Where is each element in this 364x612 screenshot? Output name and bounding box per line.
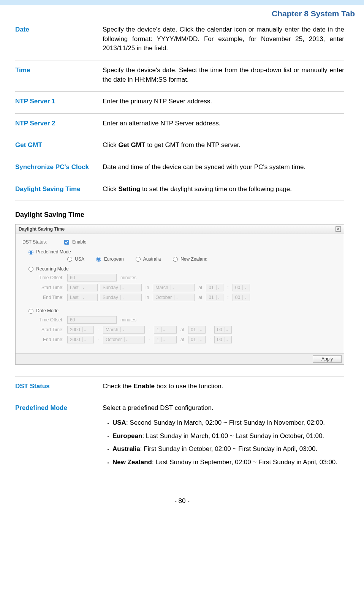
text: Click: [103, 185, 119, 193]
region-option-nz[interactable]: New Zealand: [173, 256, 207, 262]
chevron-down-icon: ⌄: [225, 337, 230, 342]
start-month-select[interactable]: March⌄: [153, 284, 195, 291]
region-option-usa[interactable]: USA: [67, 256, 84, 262]
chevron-down-icon: ⌄: [120, 327, 126, 332]
end-hh-select[interactable]: 01⌄: [188, 336, 206, 343]
select-value: Sunday: [103, 285, 118, 290]
select-value: 2000: [70, 337, 80, 342]
bold-text: New Zealand: [112, 459, 152, 466]
bold-text: European: [112, 432, 142, 440]
chevron-down-icon: ⌄: [225, 327, 230, 332]
def-label: Synchronize PC's Clock: [15, 163, 103, 172]
list-item: New Zealand: Last Sunday in September, 0…: [112, 458, 344, 467]
at-text: at: [195, 285, 206, 290]
start-hh-select[interactable]: 01⌄: [206, 284, 223, 291]
select-value: 1: [157, 337, 159, 342]
def-label: Date: [15, 25, 103, 53]
select-value: Last: [70, 295, 79, 300]
def-row-ntp2: NTP Server 2 Enter an alternative NTP Se…: [15, 113, 344, 135]
chevron-down-icon: ⌄: [174, 295, 179, 300]
in-text: in: [142, 295, 153, 300]
start-hh-select[interactable]: 01⌄: [188, 326, 206, 334]
recurring-radio[interactable]: [28, 267, 33, 272]
date-start-row: Start Time: 2000⌄ - March⌄ - 1⌄ at 01⌄ :…: [37, 326, 337, 334]
def-label: DST Status: [15, 382, 103, 391]
at-text: at: [177, 327, 188, 332]
end-day-select[interactable]: 1⌄: [154, 336, 177, 343]
apply-button[interactable]: Apply: [313, 355, 342, 363]
chevron-down-icon: ⌄: [216, 285, 222, 290]
start-mm-select[interactable]: 00⌄: [214, 326, 232, 334]
at-text: at: [177, 337, 188, 342]
select-value: 00: [235, 295, 240, 300]
region-option-australia[interactable]: Australia: [136, 256, 161, 262]
def-desc: Enter the primary NTP Sever address.: [103, 97, 344, 106]
region-label: USA: [75, 256, 84, 262]
chevron-down-icon: ⌄: [171, 285, 176, 290]
dash-text: -: [94, 337, 103, 342]
end-mm-select[interactable]: 00⌄: [233, 294, 250, 301]
chevron-down-icon: ⌄: [198, 337, 203, 342]
select-value: 01: [209, 295, 214, 300]
def-row-gmt: Get GMT Click Get GMT to get GMT from th…: [15, 135, 344, 157]
text: : Last Sunday in September, 02:00 ~ Firs…: [152, 459, 337, 466]
start-day-select[interactable]: Sunday⌄: [100, 284, 142, 291]
end-day-select[interactable]: Sunday⌄: [100, 294, 142, 301]
date-offset-row: Time Offset: minutes: [37, 316, 337, 324]
start-year-select[interactable]: 2000⌄: [67, 326, 94, 334]
chevron-down-icon: ⌄: [161, 337, 167, 342]
select-value: March: [155, 285, 168, 290]
def-label: Daylight Saving Time: [15, 185, 103, 194]
time-offset-input[interactable]: [67, 316, 117, 324]
date-radio[interactable]: [28, 309, 33, 314]
predefined-label: Predefined Mode: [36, 249, 71, 255]
region-radio-nz[interactable]: [173, 257, 178, 262]
start-mm-select[interactable]: 00⌄: [233, 284, 250, 291]
def-label: NTP Server 2: [15, 119, 103, 128]
top-accent-bar: [0, 0, 364, 5]
recurring-mode-row: Recurring Mode: [28, 266, 337, 272]
def-label: Time: [15, 66, 103, 84]
list-item: European: Last Sunday in March, 01:00 ~ …: [112, 432, 344, 441]
def-desc: Specify the device's date. Select the ti…: [103, 66, 344, 84]
text: box to use the function.: [155, 383, 223, 390]
at-text: at: [195, 295, 206, 300]
recurring-label: Recurring Mode: [36, 266, 68, 272]
in-text: in: [142, 285, 153, 290]
predefined-radio[interactable]: [28, 250, 33, 255]
dash-text: -: [145, 327, 154, 332]
end-month-select[interactable]: October⌄: [153, 294, 195, 301]
minutes-text: minutes: [117, 317, 140, 323]
start-month-select[interactable]: March⌄: [103, 326, 145, 334]
start-day-select[interactable]: 1⌄: [154, 326, 177, 334]
dst-status-row: DST Status: Enable: [22, 239, 337, 245]
close-icon[interactable]: ×: [336, 226, 341, 232]
enable-checkbox[interactable]: [64, 240, 69, 245]
region-option-european[interactable]: European: [96, 256, 123, 262]
date-mode-row: Date Mode: [28, 308, 337, 313]
end-year-select[interactable]: 2000⌄: [67, 336, 94, 343]
dash-text: -: [94, 327, 103, 332]
start-time-label: Start Time:: [37, 285, 67, 290]
end-month-select[interactable]: October⌄: [103, 336, 145, 343]
def-label: Get GMT: [15, 141, 103, 150]
list-item: Australia: First Sunday in October, 02:0…: [112, 444, 344, 454]
region-radio-usa[interactable]: [67, 257, 72, 262]
def-desc: Check the Enable box to use the function…: [103, 382, 344, 391]
select-value: March: [106, 327, 118, 332]
region-radio-european[interactable]: [96, 257, 101, 262]
dash-text: -: [145, 337, 154, 342]
region-radio-australia[interactable]: [136, 257, 141, 262]
end-mm-select[interactable]: 00⌄: [214, 336, 232, 343]
def-label: Predefined Mode: [15, 403, 103, 471]
chevron-down-icon: ⌄: [82, 337, 88, 342]
time-offset-input[interactable]: [67, 274, 117, 281]
bold-text: Enable: [133, 383, 155, 390]
end-hh-select[interactable]: 01⌄: [206, 294, 223, 301]
list-item: USA: Second Sunday in March, 02:00 ~ Fir…: [112, 418, 344, 428]
end-pos-select[interactable]: Last⌄: [67, 294, 98, 301]
start-time-label: Start Time:: [37, 327, 67, 332]
end-time-label: End Time:: [37, 295, 67, 300]
predefined-options: USA European Australia New Zealand: [67, 256, 337, 262]
start-pos-select[interactable]: Last⌄: [67, 284, 98, 291]
